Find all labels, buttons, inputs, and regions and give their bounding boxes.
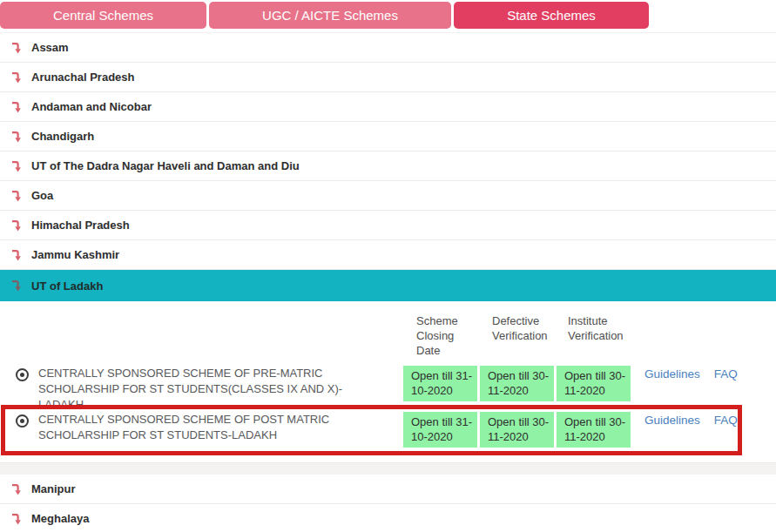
column-header-scheme-closing-date: Scheme Closing Date: [416, 308, 492, 359]
scheme-closing-date-badge: Open till 31-10-2020: [403, 366, 477, 401]
expand-arrow-icon: [11, 190, 22, 202]
state-label: Jammu Kashmir: [31, 248, 119, 261]
radio-dot: [20, 373, 24, 377]
state-row-assam[interactable]: Assam: [0, 33, 776, 63]
state-label: UT of Ladakh: [31, 279, 103, 293]
state-row-ut-of-ladakh[interactable]: UT of Ladakh: [0, 270, 776, 301]
radio-dot: [20, 419, 24, 423]
expand-arrow-icon: [11, 42, 22, 54]
tab-central-schemes[interactable]: Central Schemes: [0, 2, 206, 29]
defective-verification-badge: Open till 30-11-2020: [480, 366, 554, 401]
expand-arrow-icon: [11, 513, 22, 525]
state-row-jammu-kashmir[interactable]: Jammu Kashmir: [0, 240, 776, 270]
expand-arrow-icon: [11, 131, 22, 143]
scheme-table-header: Scheme Closing Date Defective Verificati…: [0, 308, 776, 359]
state-label: Himachal Pradesh: [31, 219, 130, 232]
state-label: Assam: [31, 41, 69, 54]
schemes-tabbar: Central Schemes UGC / AICTE Schemes Stat…: [0, 0, 776, 33]
states-accordion: Assam Arunachal Pradesh Andaman and Nico…: [0, 33, 776, 532]
defective-verification-badge: Open till 30-11-2020: [480, 412, 554, 448]
expand-arrow-icon: [11, 160, 22, 172]
tab-ugc-aicte-schemes[interactable]: UGC / AICTE Schemes: [209, 2, 451, 29]
state-row-meghalaya[interactable]: Meghalaya: [0, 504, 776, 532]
expand-arrow-icon: [11, 249, 22, 261]
expand-arrow-icon: [11, 71, 22, 84]
state-row-ut-of-dadra-nagar-haveli-daman-diu[interactable]: UT of The Dadra Nagar Haveli and Daman a…: [0, 152, 776, 181]
state-label: Goa: [31, 189, 53, 202]
state-label: Andaman and Nicobar: [31, 100, 152, 113]
institute-verification-badge: Open till 30-11-2020: [557, 366, 631, 401]
faq-link[interactable]: FAQ: [714, 412, 738, 427]
state-row-himachal-pradesh[interactable]: Himachal Pradesh: [0, 211, 776, 240]
state-row-goa[interactable]: Goa: [0, 181, 776, 211]
expand-arrow-icon: [11, 219, 22, 232]
scheme-row-post-matric: CENTRALLY SPONSORED SCHEME OF POST MATRI…: [0, 405, 776, 455]
state-row-manipur[interactable]: Manipur: [0, 475, 776, 504]
expand-arrow-icon: [11, 483, 22, 495]
scheme-name: CENTRALLY SPONSORED SCHEME OF PRE-MATRIC…: [38, 366, 385, 413]
state-label: Manipur: [31, 482, 76, 495]
column-header-institute-verification: Institute Verification: [568, 308, 644, 359]
state-label: Chandigarh: [31, 130, 94, 143]
scheme-radio-icon[interactable]: [16, 368, 29, 381]
state-row-chandigarh[interactable]: Chandigarh: [0, 122, 776, 152]
column-header-defective-verification: Defective Verification: [492, 308, 568, 359]
scheme-name: CENTRALLY SPONSORED SCHEME OF POST MATRI…: [38, 412, 385, 443]
institute-verification-badge: Open till 30-11-2020: [557, 412, 631, 448]
expand-arrow-icon: [11, 101, 22, 113]
expand-arrow-icon: [11, 279, 22, 292]
ladakh-schemes-panel: Scheme Closing Date Defective Verificati…: [0, 301, 776, 462]
guidelines-link[interactable]: Guidelines: [644, 412, 700, 427]
state-label: UT of The Dadra Nagar Haveli and Daman a…: [31, 159, 300, 172]
state-label: Arunachal Pradesh: [31, 71, 135, 84]
section-gap: [0, 462, 776, 475]
scheme-closing-date-badge: Open till 31-10-2020: [403, 412, 477, 448]
state-row-andaman-and-nicobar[interactable]: Andaman and Nicobar: [0, 92, 776, 122]
guidelines-link[interactable]: Guidelines: [644, 366, 700, 380]
tab-state-schemes[interactable]: State Schemes: [454, 2, 649, 29]
faq-link[interactable]: FAQ: [714, 366, 738, 380]
scheme-radio-icon[interactable]: [16, 414, 29, 428]
scheme-row-pre-matric: CENTRALLY SPONSORED SCHEME OF PRE-MATRIC…: [0, 359, 776, 405]
state-row-arunachal-pradesh[interactable]: Arunachal Pradesh: [0, 63, 776, 92]
schemes-page: Central Schemes UGC / AICTE Schemes Stat…: [0, 0, 776, 532]
state-label: Meghalaya: [31, 512, 89, 525]
